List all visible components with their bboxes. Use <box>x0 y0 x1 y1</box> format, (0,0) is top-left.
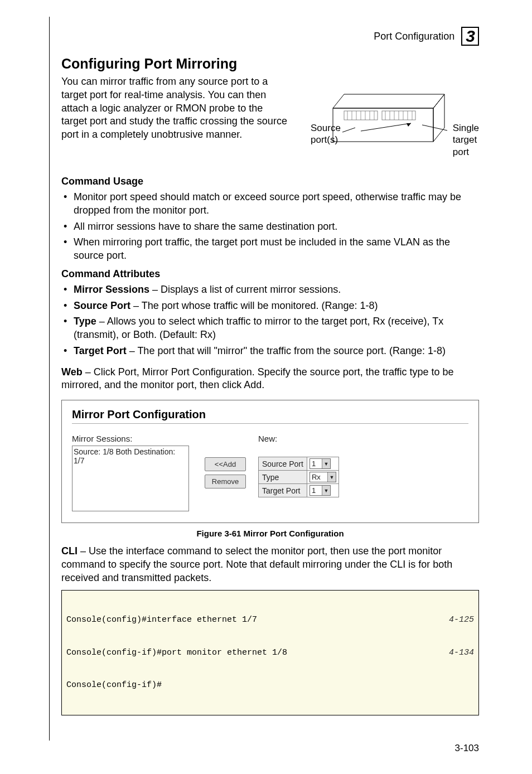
svg-marker-20 <box>407 123 411 127</box>
chapter-number: 3 <box>466 27 475 46</box>
attr-term-source-port: Source Port <box>74 300 130 311</box>
page-header: Port Configuration 3 <box>61 27 479 46</box>
diagram-label-target-line2: target <box>453 134 477 145</box>
intro-paragraph: You can mirror traffic from any source p… <box>61 75 287 142</box>
dropdown-arrow-icon: ▼ <box>322 459 330 468</box>
add-button[interactable]: <<Add <box>205 457 246 471</box>
command-usage-list: Monitor port speed should match or excee… <box>61 191 479 263</box>
new-mirror-form: Source Port 1 ▼ Type Rx <box>258 457 339 497</box>
cli-ref-1: 4-125 <box>449 615 474 626</box>
attr-bullet-target-port: Target Port – The port that will "mirror… <box>61 345 479 358</box>
attr-desc-target-port: – The port that will "mirror" the traffi… <box>127 345 446 356</box>
source-port-value: 1 <box>312 459 316 468</box>
chapter-badge: 3 <box>461 27 479 46</box>
mirror-sessions-label: Mirror Sessions: <box>72 434 195 443</box>
web-instructions: Web – Click Port, Mirror Port Configurat… <box>61 366 479 393</box>
left-margin-rule <box>49 17 50 741</box>
command-attributes-list: Mirror Sessions – Displays a list of cur… <box>61 283 479 358</box>
diagram-label-target-line3: port <box>453 147 469 157</box>
svg-line-19 <box>361 123 411 131</box>
cli-cmd-2: Console(config-if)#port monitor ethernet… <box>66 647 287 659</box>
dropdown-arrow-icon: ▼ <box>322 486 330 495</box>
source-port-label: Source Port <box>259 457 307 471</box>
page-number: 3-103 <box>455 743 479 754</box>
type-label: Type <box>259 471 307 484</box>
usage-bullet-3: When mirroring port traffic, the target … <box>61 236 479 263</box>
cli-instructions: CLI – Use the interface command to selec… <box>61 545 479 584</box>
diagram-label-target: Single target port <box>453 122 479 158</box>
diagram-label-source-line2: port(s) <box>311 134 338 145</box>
svg-line-21 <box>342 128 355 132</box>
attr-term-mirror-sessions: Mirror Sessions <box>74 284 149 295</box>
cli-cmd-1: Console(config)#interface ethernet 1/7 <box>66 615 257 626</box>
panel-title: Mirror Port Configuration <box>72 408 468 421</box>
mirror-port-config-panel: Mirror Port Configuration Mirror Session… <box>61 400 479 523</box>
command-attributes-heading: Command Attributes <box>61 268 479 280</box>
svg-rect-1 <box>333 108 433 142</box>
cli-ref-2: 4-134 <box>449 647 474 659</box>
attr-bullet-type: Type – Allows you to select which traffi… <box>61 315 479 342</box>
diagram-label-source: Source port(s) <box>311 122 341 146</box>
cli-cmd-3: Console(config-if)# <box>66 680 162 691</box>
svg-marker-0 <box>333 94 444 108</box>
command-usage-heading: Command Usage <box>61 176 479 187</box>
new-label: New: <box>258 434 339 443</box>
remove-button[interactable]: Remove <box>205 475 246 488</box>
cli-prefix: CLI <box>61 545 78 557</box>
usage-bullet-1: Monitor port speed should match or excee… <box>61 191 479 217</box>
web-text: – Click Port, Mirror Port Configuration.… <box>61 366 454 391</box>
attr-desc-source-port: – The port whose traffic will be monitor… <box>130 300 378 311</box>
cli-example-box: Console(config)#interface ethernet 1/74-… <box>61 590 479 715</box>
cli-line-1: Console(config)#interface ethernet 1/74-… <box>66 615 474 626</box>
diagram-label-source-line1: Source <box>311 123 341 133</box>
figure-caption: Figure 3-61 Mirror Port Configuration <box>61 529 479 538</box>
attr-desc-type: – Allows you to select which traffic to … <box>74 316 443 340</box>
svg-marker-2 <box>433 94 444 142</box>
attr-bullet-source-port: Source Port – The port whose traffic wil… <box>61 299 479 313</box>
attr-desc-mirror-sessions: – Displays a list of current mirror sess… <box>149 284 341 295</box>
page-title: Configuring Port Mirroring <box>61 56 479 72</box>
source-port-select[interactable]: 1 ▼ <box>309 458 331 469</box>
attr-bullet-mirror-sessions: Mirror Sessions – Displays a list of cur… <box>61 283 479 297</box>
header-section: Port Configuration <box>374 31 454 42</box>
panel-divider <box>72 423 468 424</box>
target-port-select[interactable]: 1 ▼ <box>309 485 331 496</box>
target-port-label: Target Port <box>259 484 307 497</box>
target-port-value: 1 <box>312 486 316 495</box>
cli-line-3: Console(config-if)# <box>66 680 474 691</box>
attr-term-type: Type <box>74 316 96 327</box>
attr-term-target-port: Target Port <box>74 345 127 356</box>
web-prefix: Web <box>61 366 83 378</box>
usage-bullet-2: All mirror sessions have to share the sa… <box>61 220 479 234</box>
switch-diagram: Source port(s) Single target port <box>311 78 479 167</box>
cli-line-2: Console(config-if)#port monitor ethernet… <box>66 647 474 659</box>
mirror-sessions-option[interactable]: Source: 1/8 Both Destination: 1/7 <box>74 447 187 465</box>
type-select[interactable]: Rx ▼ <box>309 472 336 482</box>
dropdown-arrow-icon: ▼ <box>327 472 336 482</box>
svg-line-22 <box>422 125 447 130</box>
cli-text-body: – Use the interface command to select th… <box>61 545 452 583</box>
type-value: Rx <box>312 473 321 481</box>
diagram-label-target-line1: Single <box>453 123 479 133</box>
mirror-sessions-listbox[interactable]: Source: 1/8 Both Destination: 1/7 <box>72 446 189 511</box>
